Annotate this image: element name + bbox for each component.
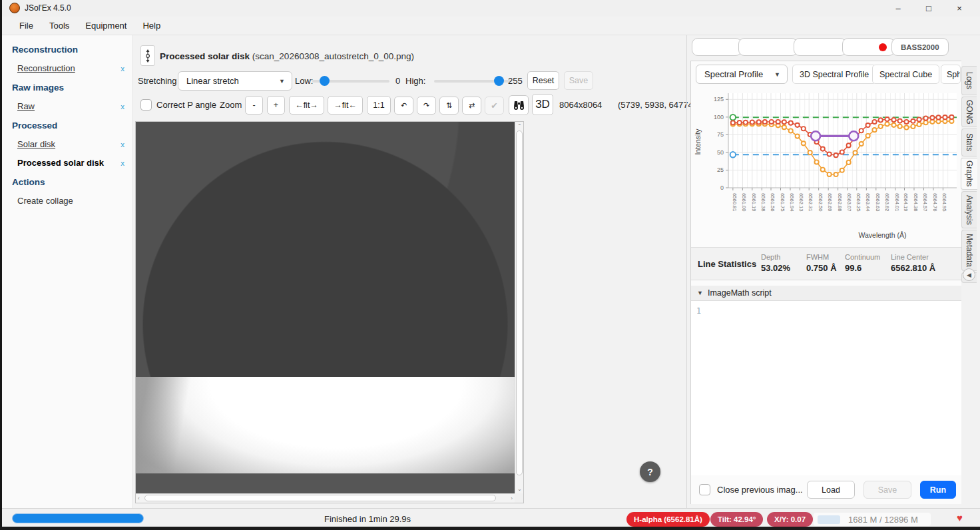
sidebar-item-label[interactable]: Solar disk bbox=[17, 139, 55, 149]
stat-line-center: Line Center 6562.810 Å bbox=[891, 253, 935, 273]
low-slider[interactable] bbox=[312, 76, 389, 87]
scroll-right-icon[interactable]: › bbox=[511, 495, 513, 501]
sidebar-item-reconstruction[interactable]: Reconstruction x bbox=[17, 63, 124, 73]
line-statistics: Line Statistics Depth 53.02% FWHM 0.750 … bbox=[691, 247, 961, 280]
sidebar-item-label[interactable]: Create collage bbox=[17, 196, 73, 206]
maximize-button[interactable]: □ bbox=[913, 0, 944, 17]
slider-thumb[interactable] bbox=[494, 76, 504, 86]
run-button[interactable]: Run bbox=[920, 481, 956, 499]
stretch-mode-select[interactable]: Linear stretch ▼ bbox=[178, 71, 292, 91]
low-value: 0 bbox=[395, 76, 400, 86]
tab-analysis[interactable]: Analysis bbox=[961, 191, 977, 228]
memory-indicator: 1681 M / 12896 M bbox=[814, 513, 931, 526]
menu-tools[interactable]: Tools bbox=[42, 18, 77, 33]
collapse-panel-button[interactable]: ◀ bbox=[963, 268, 975, 281]
tab-graphs[interactable]: Graphs bbox=[961, 158, 977, 190]
tab-3d-spectral-profile[interactable]: 3D Spectral Profile bbox=[792, 65, 876, 84]
vertical-scrollbar[interactable]: ⌃ ⌄ bbox=[515, 122, 523, 493]
vertical-scrollbar-thumb[interactable] bbox=[516, 131, 523, 475]
image-title-name: Processed solar disk bbox=[160, 51, 250, 61]
bass2000-button[interactable]: BASS2000 bbox=[891, 38, 949, 56]
tab-spherical[interactable]: Sph bbox=[941, 65, 961, 84]
minimize-button[interactable]: – bbox=[883, 0, 913, 17]
close-tab-icon[interactable]: x bbox=[121, 140, 124, 148]
high-slider[interactable] bbox=[434, 76, 511, 87]
reset-button[interactable]: Reset bbox=[527, 71, 559, 90]
flip-horizontal-button[interactable]: ⇄ bbox=[462, 97, 481, 115]
horizontal-scrollbar[interactable]: ‹ › bbox=[136, 493, 515, 503]
sidebar-item-processed-solar-disk[interactable]: Processed solar disk x bbox=[17, 158, 124, 168]
move-vertical-icon bbox=[144, 49, 152, 63]
progress-bar bbox=[12, 513, 144, 523]
svg-text:100: 100 bbox=[714, 114, 724, 121]
server-status-icon bbox=[879, 43, 887, 51]
image-dimensions: 8064x8064 bbox=[559, 100, 602, 110]
three-d-button[interactable]: 3D bbox=[532, 94, 553, 115]
sidebar-item-raw[interactable]: Raw x bbox=[17, 101, 124, 111]
scroll-left-icon[interactable]: ‹ bbox=[138, 495, 140, 501]
tab-logs[interactable]: Logs bbox=[961, 66, 977, 95]
tab-stats[interactable]: Stats bbox=[961, 129, 977, 156]
low-label: Low: bbox=[295, 76, 313, 86]
collapse-caret-icon: ▼ bbox=[697, 290, 703, 296]
svg-text:6564.19: 6564.19 bbox=[903, 193, 909, 211]
imagemath-editor[interactable]: 1 bbox=[691, 301, 961, 475]
scroll-down-icon[interactable]: ⌄ bbox=[517, 486, 522, 492]
sidebar-item-solar-disk[interactable]: Solar disk x bbox=[17, 139, 124, 149]
flip-vertical-button[interactable]: ⇅ bbox=[439, 97, 459, 115]
tab-metadata[interactable]: Metadata bbox=[961, 230, 977, 271]
rotate-right-button[interactable]: ↷ bbox=[417, 97, 436, 115]
svg-text:125: 125 bbox=[714, 96, 724, 103]
center-image-button[interactable] bbox=[140, 45, 155, 66]
close-tab-icon[interactable]: x bbox=[121, 65, 124, 73]
delete-ser-button[interactable]: Delete SER bbox=[738, 38, 798, 56]
rotate-left-button[interactable]: ↶ bbox=[394, 97, 413, 115]
svg-text:6563.44: 6563.44 bbox=[865, 193, 871, 211]
close-previous-checkbox[interactable] bbox=[699, 484, 710, 495]
server-button[interactable]: Server bbox=[842, 38, 895, 56]
scroll-up-icon[interactable]: ⌃ bbox=[517, 123, 522, 129]
imagemath-header[interactable]: ▼ ImageMath script bbox=[691, 286, 961, 301]
menu-file[interactable]: File bbox=[12, 18, 41, 33]
view-mode-select[interactable]: Spectral Profile ▼ bbox=[696, 65, 788, 84]
close-button[interactable]: × bbox=[944, 0, 975, 17]
sidebar-header-actions: Actions bbox=[12, 177, 132, 187]
image-viewport[interactable]: ⌃ ⌄ ‹ › bbox=[135, 121, 524, 503]
svg-text:Intensity: Intensity bbox=[694, 129, 702, 155]
sidebar-item-label[interactable]: Processed solar disk bbox=[17, 158, 104, 168]
horizontal-scrollbar-thumb[interactable] bbox=[144, 495, 496, 501]
sidebar-header-raw-images: Raw images bbox=[12, 83, 132, 93]
menu-bar: File Tools Equipment Help bbox=[0, 17, 980, 35]
menu-help[interactable]: Help bbox=[135, 18, 168, 33]
solar-disk-bright-band bbox=[136, 377, 515, 473]
help-button[interactable]: ? bbox=[640, 461, 660, 482]
fit-window-button[interactable]: ←fit→ bbox=[289, 96, 324, 115]
correct-p-angle-checkbox[interactable] bbox=[140, 99, 152, 111]
close-all-button[interactable]: Close all bbox=[692, 38, 742, 56]
load-button[interactable]: Load bbox=[807, 481, 855, 499]
zoom-out-button[interactable]: - bbox=[245, 96, 263, 115]
apply-button[interactable]: ✔ bbox=[485, 97, 504, 115]
slider-thumb[interactable] bbox=[320, 76, 330, 86]
svg-text:6564.38: 6564.38 bbox=[913, 193, 919, 211]
save-script-button[interactable]: Save bbox=[863, 481, 911, 499]
zoom-label: Zoom bbox=[220, 100, 242, 110]
sidebar-item-create-collage[interactable]: Create collage bbox=[17, 196, 124, 206]
save-stretch-button[interactable]: Save bbox=[564, 71, 593, 90]
sidebar-item-label[interactable]: Raw bbox=[17, 101, 35, 111]
tab-gong[interactable]: GONG bbox=[961, 97, 977, 127]
svg-text:6560.81: 6560.81 bbox=[732, 193, 738, 211]
sidebar-item-label[interactable]: Reconstruction bbox=[17, 63, 75, 73]
compare-images-button[interactable] bbox=[509, 95, 529, 115]
zoom-in-button[interactable]: + bbox=[267, 96, 285, 115]
badge-tilt: Tilt: 42.94° bbox=[710, 512, 763, 527]
tab-spectral-cube[interactable]: Spectral Cube bbox=[872, 65, 939, 84]
solar-disk-image[interactable] bbox=[136, 122, 515, 493]
one-to-one-button[interactable]: 1:1 bbox=[367, 96, 391, 115]
close-tab-icon[interactable]: x bbox=[121, 159, 124, 167]
heart-icon[interactable]: ♥ bbox=[957, 512, 963, 523]
close-tab-icon[interactable]: x bbox=[121, 103, 124, 111]
fit-image-button[interactable]: →fit← bbox=[328, 96, 363, 115]
menu-equipment[interactable]: Equipment bbox=[78, 18, 134, 33]
trim-ser-button[interactable]: Trim SER bbox=[794, 38, 846, 56]
